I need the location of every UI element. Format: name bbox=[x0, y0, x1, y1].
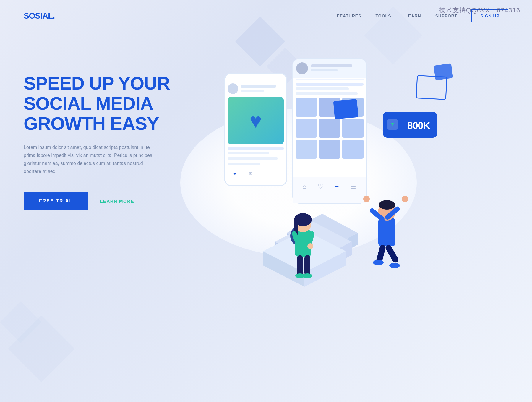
hero-title-line3: GROWTH EASY bbox=[24, 113, 159, 134]
svg-text:♥: ♥ bbox=[249, 109, 262, 132]
svg-rect-43 bbox=[293, 194, 366, 203]
illustration-svg: ♥ ♥ ✉ bbox=[166, 50, 508, 316]
svg-rect-40 bbox=[342, 140, 364, 159]
svg-text:✉: ✉ bbox=[248, 171, 252, 176]
svg-rect-28 bbox=[296, 79, 364, 80]
svg-text:+: + bbox=[335, 183, 339, 190]
float-rect-solid bbox=[333, 99, 358, 119]
svg-rect-16 bbox=[228, 152, 269, 154]
svg-rect-36 bbox=[319, 119, 340, 138]
svg-point-25 bbox=[296, 62, 308, 74]
svg-text:⌂: ⌂ bbox=[302, 183, 306, 190]
svg-text:♡: ♡ bbox=[318, 183, 324, 190]
hero-description: Lorem ipsum dolor sit amet, quo dicat sc… bbox=[24, 143, 154, 176]
svg-point-66 bbox=[379, 200, 395, 210]
svg-rect-17 bbox=[228, 157, 278, 160]
followers-card: ♥ 800K bbox=[383, 112, 437, 138]
nav-tools[interactable]: TOOLS bbox=[376, 14, 391, 18]
svg-rect-64 bbox=[378, 218, 395, 246]
svg-rect-38 bbox=[296, 140, 317, 159]
learn-more-button[interactable]: LEARN MORE bbox=[100, 199, 134, 204]
svg-rect-35 bbox=[296, 119, 317, 138]
svg-text:♥: ♥ bbox=[391, 121, 394, 127]
svg-text:☰: ☰ bbox=[350, 183, 356, 190]
phone-main: ⌂ ♡ + ☰ bbox=[293, 59, 366, 203]
svg-point-10 bbox=[228, 83, 238, 94]
svg-rect-72 bbox=[385, 244, 399, 264]
svg-rect-18 bbox=[228, 163, 260, 165]
svg-rect-27 bbox=[311, 69, 338, 71]
svg-point-70 bbox=[402, 196, 408, 202]
free-trial-button[interactable]: FREE TRIAL bbox=[24, 192, 88, 210]
svg-rect-29 bbox=[296, 83, 364, 86]
svg-rect-19 bbox=[228, 168, 284, 168]
svg-rect-26 bbox=[311, 64, 352, 67]
svg-rect-37 bbox=[342, 119, 364, 138]
svg-rect-61 bbox=[304, 255, 310, 276]
svg-rect-60 bbox=[297, 255, 303, 276]
svg-rect-11 bbox=[241, 85, 276, 88]
phone-left: ♥ ♥ ✉ bbox=[225, 73, 287, 186]
svg-point-68 bbox=[363, 196, 370, 202]
cta-buttons: FREE TRIAL LEARN MORE bbox=[24, 192, 177, 210]
hero-title-line2: SOCIAL MEDIA bbox=[24, 93, 153, 114]
man-character bbox=[363, 196, 408, 268]
hero-title: SPEED UP YOUR SOCIAL MEDIA GROWTH EASY bbox=[24, 73, 177, 134]
watermark: 技术支持QQ/WX：674316 bbox=[439, 6, 520, 15]
float-rect-2 bbox=[434, 63, 453, 80]
hero-illustration: ♥ ♥ ✉ bbox=[166, 50, 508, 316]
navbar: SOSIAL. FEATURES TOOLS LEARN SUPPORT SIG… bbox=[0, 0, 532, 32]
svg-text:800K: 800K bbox=[407, 120, 431, 131]
svg-rect-31 bbox=[296, 92, 358, 95]
svg-rect-30 bbox=[296, 87, 349, 90]
hero-text: SPEED UP YOUR SOCIAL MEDIA GROWTH EASY L… bbox=[24, 50, 177, 210]
hero-title-line1: SPEED UP YOUR bbox=[24, 73, 170, 93]
svg-rect-32 bbox=[296, 98, 317, 117]
svg-rect-39 bbox=[319, 140, 340, 159]
nav-learn[interactable]: LEARN bbox=[406, 14, 421, 18]
svg-point-73 bbox=[373, 260, 384, 265]
logo[interactable]: SOSIAL. bbox=[24, 11, 55, 21]
svg-rect-12 bbox=[241, 90, 264, 92]
main-content: SPEED UP YOUR SOCIAL MEDIA GROWTH EASY L… bbox=[0, 32, 532, 402]
svg-point-59 bbox=[307, 243, 313, 249]
svg-point-63 bbox=[303, 273, 312, 278]
svg-point-74 bbox=[389, 263, 400, 268]
svg-text:♥: ♥ bbox=[233, 171, 236, 176]
nav-features[interactable]: FEATURES bbox=[337, 14, 361, 18]
svg-rect-15 bbox=[228, 147, 284, 150]
